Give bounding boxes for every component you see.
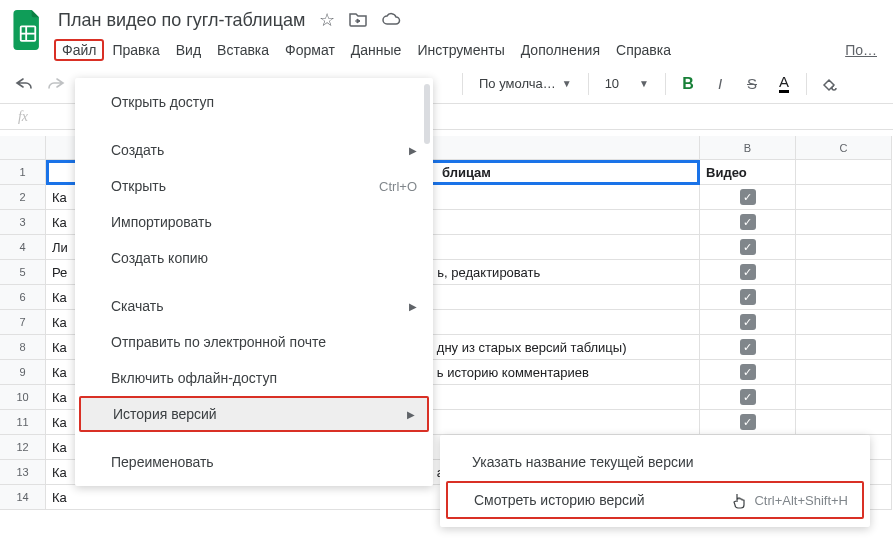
font-size-value: 10	[605, 76, 619, 91]
star-icon[interactable]: ☆	[319, 11, 335, 30]
cell[interactable]	[796, 360, 892, 385]
row-header[interactable]: 9	[0, 360, 46, 385]
menu-data[interactable]: Данные	[343, 39, 410, 61]
redo-button[interactable]	[42, 70, 70, 98]
cell[interactable]	[796, 185, 892, 210]
submenu-item-name-current[interactable]: Указать название текущей версии	[440, 443, 870, 481]
row-header[interactable]: 2	[0, 185, 46, 210]
sheets-app-icon[interactable]	[8, 10, 48, 50]
fx-label: fx	[0, 109, 46, 125]
menu-cutoff[interactable]: По…	[837, 39, 885, 61]
submenu-arrow-icon: ▶	[409, 145, 417, 156]
row-headers: 1234567891011121314	[0, 160, 46, 510]
toolbar-separator	[665, 73, 666, 95]
toolbar-separator	[588, 73, 589, 95]
cell[interactable]: ✓	[700, 410, 796, 435]
menu-edit[interactable]: Правка	[104, 39, 167, 61]
cell[interactable]: ✓	[700, 185, 796, 210]
cell[interactable]	[796, 285, 892, 310]
checkbox-checked-icon[interactable]: ✓	[740, 364, 756, 380]
row-header[interactable]: 8	[0, 335, 46, 360]
menu-item-version-history[interactable]: История версий ▶	[79, 396, 429, 432]
cell[interactable]	[796, 310, 892, 335]
cell[interactable]: ✓	[700, 360, 796, 385]
cell[interactable]	[796, 385, 892, 410]
font-style-value: По умолча…	[479, 76, 556, 91]
checkbox-checked-icon[interactable]: ✓	[740, 289, 756, 305]
row-header[interactable]: 5	[0, 260, 46, 285]
cell[interactable]: ✓	[700, 385, 796, 410]
font-size-select[interactable]: 10 ▼	[597, 70, 657, 98]
menu-addons[interactable]: Дополнения	[513, 39, 608, 61]
menu-item-email[interactable]: Отправить по электронной почте	[75, 324, 433, 360]
row-header[interactable]: 1	[0, 160, 46, 185]
cell[interactable]	[796, 260, 892, 285]
cell[interactable]: ✓	[700, 235, 796, 260]
row-header[interactable]: 6	[0, 285, 46, 310]
cell[interactable]: ✓	[700, 260, 796, 285]
cloud-status-icon[interactable]	[381, 11, 401, 30]
row-header[interactable]: 11	[0, 410, 46, 435]
checkbox-checked-icon[interactable]: ✓	[740, 339, 756, 355]
submenu-item-see-history[interactable]: Смотреть историю версий Ctrl+Alt+Shift+H	[446, 481, 864, 519]
cell[interactable]: ✓	[700, 335, 796, 360]
checkbox-checked-icon[interactable]: ✓	[740, 414, 756, 430]
text-color-button[interactable]: A	[770, 70, 798, 98]
checkbox-checked-icon[interactable]: ✓	[740, 314, 756, 330]
cell[interactable]: ✓	[700, 285, 796, 310]
menu-view[interactable]: Вид	[168, 39, 209, 61]
row-header[interactable]: 14	[0, 485, 46, 510]
select-all-corner[interactable]	[0, 136, 46, 160]
menu-file[interactable]: Файл	[54, 39, 104, 61]
toolbar-separator	[806, 73, 807, 95]
row-header[interactable]: 4	[0, 235, 46, 260]
row-header[interactable]: 3	[0, 210, 46, 235]
menu-bar: Файл Правка Вид Вставка Формат Данные Ин…	[54, 36, 885, 64]
checkbox-checked-icon[interactable]: ✓	[740, 189, 756, 205]
menu-item-offline[interactable]: Включить офлайн-доступ	[75, 360, 433, 396]
menu-item-import[interactable]: Импортировать	[75, 204, 433, 240]
menu-help[interactable]: Справка	[608, 39, 679, 61]
cell[interactable]: ✓	[700, 310, 796, 335]
menu-item-make-copy[interactable]: Создать копию	[75, 240, 433, 276]
checkbox-checked-icon[interactable]: ✓	[740, 214, 756, 230]
cell[interactable]	[796, 335, 892, 360]
checkbox-checked-icon[interactable]: ✓	[740, 239, 756, 255]
shortcut-label: Ctrl+O	[379, 179, 417, 194]
menu-item-open[interactable]: Открыть Ctrl+O	[75, 168, 433, 204]
checkbox-checked-icon[interactable]: ✓	[740, 264, 756, 280]
submenu-arrow-icon: ▶	[407, 409, 415, 420]
menu-item-new[interactable]: Создать ▶	[75, 132, 433, 168]
app-bar: План видео по гугл-таблицам ☆ Файл Правк…	[0, 0, 893, 64]
bold-button[interactable]: B	[674, 70, 702, 98]
cell[interactable]: ✓	[700, 210, 796, 235]
cell[interactable]	[796, 410, 892, 435]
checkbox-checked-icon[interactable]: ✓	[740, 389, 756, 405]
version-history-submenu: Указать название текущей версии Смотреть…	[440, 435, 870, 527]
menu-insert[interactable]: Вставка	[209, 39, 277, 61]
row-header[interactable]: 10	[0, 385, 46, 410]
pointer-cursor-icon	[732, 493, 750, 511]
menu-format[interactable]: Формат	[277, 39, 343, 61]
cell[interactable]	[796, 160, 892, 185]
menu-item-download[interactable]: Скачать ▶	[75, 288, 433, 324]
column-header-b[interactable]: B	[700, 136, 796, 160]
fill-color-button[interactable]	[815, 70, 843, 98]
row-header[interactable]: 13	[0, 460, 46, 485]
document-title[interactable]: План видео по гугл-таблицам	[58, 10, 305, 31]
move-folder-icon[interactable]	[349, 11, 367, 30]
cell[interactable]	[796, 235, 892, 260]
cell[interactable]	[796, 210, 892, 235]
font-style-select[interactable]: По умолча… ▼	[471, 70, 580, 98]
menu-tools[interactable]: Инструменты	[409, 39, 512, 61]
column-header-c[interactable]: C	[796, 136, 892, 160]
menu-item-rename[interactable]: Переименовать	[75, 444, 433, 480]
italic-button[interactable]: I	[706, 70, 734, 98]
undo-button[interactable]	[10, 70, 38, 98]
menu-item-share[interactable]: Открыть доступ	[75, 84, 433, 120]
cell[interactable]: Видео	[700, 160, 796, 185]
chevron-down-icon: ▼	[562, 78, 572, 89]
row-header[interactable]: 12	[0, 435, 46, 460]
row-header[interactable]: 7	[0, 310, 46, 335]
strikethrough-button[interactable]: S	[738, 70, 766, 98]
